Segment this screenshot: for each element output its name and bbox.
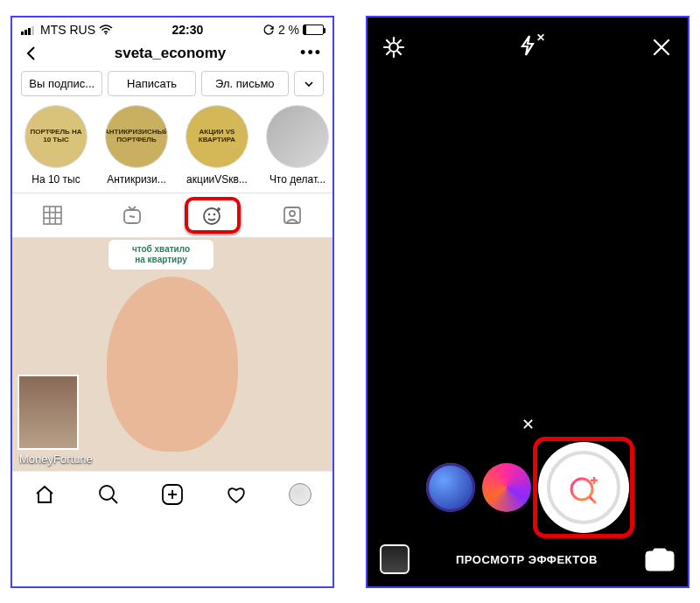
gallery-button[interactable]: [380, 544, 410, 574]
flash-off-badge: ✕: [536, 32, 545, 44]
tab-tagged[interactable]: [253, 193, 333, 237]
highlight-cover: АНТИКРИЗИСНЫЙ ПОРТФЕЛЬ: [105, 105, 168, 168]
bottom-nav: [12, 471, 332, 516]
effect-name: MoneyFortune: [19, 452, 93, 466]
carrier-label: MTS RUS: [40, 23, 95, 37]
tab-igtv[interactable]: [93, 193, 173, 237]
effect-preview[interactable]: чтоб хватило на квартиру MoneyFortune: [12, 238, 332, 471]
suggested-button[interactable]: [294, 71, 324, 96]
profile-nav: sveta_economy •••: [12, 39, 332, 71]
highlight-item[interactable]: АНТИКРИЗИСНЫЙ ПОРТФЕЛЬ Антикризи...: [102, 105, 172, 186]
signal-icon: [21, 25, 37, 35]
sync-icon: [262, 24, 275, 36]
username[interactable]: sveta_economy: [115, 45, 227, 62]
svg-rect-0: [21, 32, 24, 35]
profile-screen: MTS RUS 22:30 2 % sveta_economy ••• Вы п…: [10, 16, 334, 588]
clock: 22:30: [172, 23, 204, 37]
svg-point-4: [105, 33, 107, 35]
create-icon[interactable]: [161, 483, 184, 506]
tab-grid[interactable]: [12, 193, 93, 237]
svg-rect-5: [44, 207, 61, 224]
svg-point-16: [100, 486, 114, 500]
highlight-cover: [266, 105, 329, 168]
tab-effects[interactable]: [172, 193, 253, 237]
overlay-card: чтоб хватило на квартиру: [108, 240, 214, 270]
highlight-label: На 10 тыс: [21, 173, 91, 186]
battery-percent: 2 %: [278, 23, 299, 37]
highlight-cover: АКЦИИ VS КВАРТИРА: [186, 105, 248, 168]
battery-icon: [303, 25, 324, 35]
svg-point-15: [290, 211, 295, 216]
camera-top-bar: ✕: [368, 18, 688, 77]
switch-camera-icon[interactable]: [644, 546, 676, 572]
igtv-icon: [122, 205, 143, 226]
browse-effects-label[interactable]: ПРОСМОТР ЭФФЕКТОВ: [456, 553, 598, 566]
highlight-label: Что делат...: [262, 173, 332, 186]
settings-icon[interactable]: [382, 35, 406, 60]
camera-bottom: ✕ ПРОСМОТР ЭФФЕКТО: [368, 415, 688, 586]
message-button[interactable]: Написать: [108, 71, 195, 96]
camera-screen: ✕ ✕: [366, 16, 690, 588]
tagged-icon: [282, 205, 303, 226]
grid-icon: [43, 206, 62, 225]
highlight-item[interactable]: Что делат...: [262, 105, 332, 186]
highlight-label: акцииVSкв...: [182, 173, 252, 186]
face-placeholder: [107, 277, 238, 452]
email-button[interactable]: Эл. письмо: [201, 71, 289, 96]
effect-carousel[interactable]: [368, 439, 688, 536]
profile-avatar[interactable]: [289, 483, 312, 506]
effects-icon: [201, 204, 224, 227]
subscribed-button[interactable]: Вы подпис...: [21, 71, 102, 96]
svg-point-19: [571, 479, 592, 500]
svg-point-13: [213, 214, 215, 216]
highlight-label: Антикризи...: [102, 173, 172, 186]
effect-thumbnail: [18, 375, 79, 450]
close-icon[interactable]: [649, 35, 674, 60]
effect-lens[interactable]: [482, 463, 531, 512]
home-icon[interactable]: [33, 483, 56, 506]
svg-rect-14: [284, 207, 300, 223]
chevron-down-icon: [303, 78, 315, 90]
search-icon[interactable]: [97, 483, 120, 506]
highlight-cover: ПОРТФЕЛЬ НА 10 ТЫС: [24, 105, 88, 168]
status-bar: MTS RUS 22:30 2 %: [12, 18, 332, 39]
capture-button[interactable]: [538, 442, 629, 533]
highlight-item[interactable]: ПОРТФЕЛЬ НА 10 ТЫС На 10 тыс: [21, 105, 91, 186]
svg-point-11: [204, 208, 220, 224]
dismiss-effect-icon[interactable]: ✕: [368, 415, 688, 434]
wifi-icon: [99, 25, 113, 35]
camera-footer: ПРОСМОТР ЭФФЕКТОВ: [368, 536, 688, 586]
back-icon[interactable]: [23, 45, 40, 62]
heart-icon[interactable]: [225, 483, 248, 506]
svg-rect-3: [32, 26, 34, 35]
effect-lens[interactable]: [426, 463, 475, 512]
svg-rect-2: [28, 28, 31, 35]
browse-effects-icon: [564, 468, 603, 507]
action-buttons: Вы подпис... Написать Эл. письмо: [12, 71, 332, 105]
svg-point-18: [389, 43, 398, 52]
svg-rect-1: [24, 30, 27, 35]
highlight-item[interactable]: АКЦИИ VS КВАРТИРА акцииVSкв...: [182, 105, 252, 186]
svg-point-12: [207, 214, 210, 216]
highlights-row[interactable]: ПОРТФЕЛЬ НА 10 ТЫС На 10 тыс АНТИКРИЗИСН…: [12, 105, 332, 193]
more-icon[interactable]: •••: [300, 44, 322, 62]
profile-tabs: [12, 193, 332, 238]
